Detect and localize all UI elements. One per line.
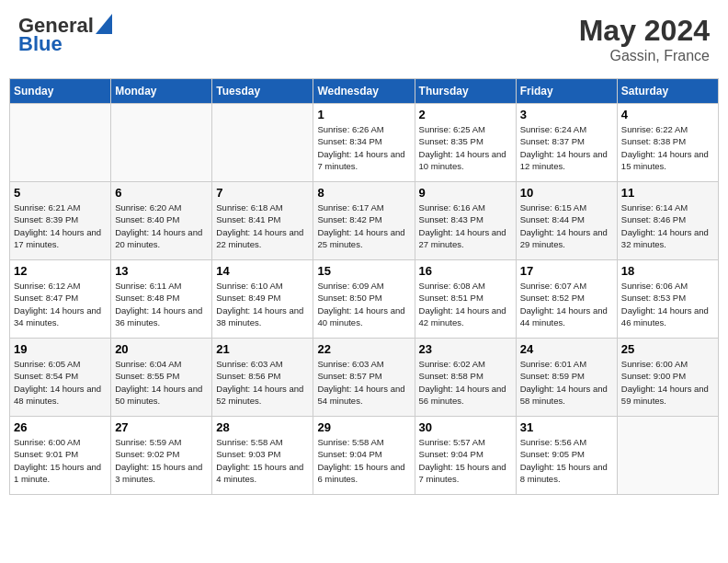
page-header: General Blue May 2024 Gassin, France [9,9,719,69]
sunset-text: Sunset: 9:03 PM [216,448,309,460]
table-row: 22Sunrise: 6:03 AMSunset: 8:57 PMDayligh… [313,339,415,417]
col-wednesday: Wednesday [313,79,415,104]
sunrise-text: Sunrise: 6:03 AM [317,358,410,370]
cell-info: Sunrise: 6:06 AMSunset: 8:53 PMDaylight:… [621,280,714,328]
table-row [10,104,111,182]
cell-info: Sunrise: 6:03 AMSunset: 8:56 PMDaylight:… [216,358,309,407]
sunrise-text: Sunrise: 6:11 AM [115,280,208,292]
daylight-text: Daylight: 14 hours and 50 minutes. [115,383,208,408]
table-row [111,104,212,182]
daylight-text: Daylight: 14 hours and 22 minutes. [216,226,309,251]
sunset-text: Sunset: 8:37 PM [520,135,613,147]
cell-day-number: 17 [520,264,613,278]
cell-day-number: 14 [216,264,309,278]
sunset-text: Sunset: 8:40 PM [115,213,208,225]
daylight-text: Daylight: 14 hours and 32 minutes. [621,226,714,251]
table-row: 14Sunrise: 6:10 AMSunset: 8:49 PMDayligh… [212,260,313,339]
table-row: 19Sunrise: 6:05 AMSunset: 8:54 PMDayligh… [10,339,111,417]
sunrise-text: Sunrise: 6:26 AM [317,123,410,135]
logo-blue: Blue [18,32,63,56]
daylight-text: Daylight: 14 hours and 27 minutes. [419,226,512,251]
cell-info: Sunrise: 6:02 AMSunset: 8:58 PMDaylight:… [419,358,512,407]
cell-day-number: 26 [14,420,107,434]
cell-day-number: 25 [621,342,714,356]
cell-info: Sunrise: 5:59 AMSunset: 9:02 PMDaylight:… [115,436,208,485]
cell-info: Sunrise: 6:16 AMSunset: 8:43 PMDaylight:… [419,201,512,250]
daylight-text: Daylight: 14 hours and 34 minutes. [14,304,107,329]
daylight-text: Daylight: 15 hours and 1 minute. [14,461,107,486]
sunset-text: Sunset: 8:55 PM [115,370,208,382]
logo-icon [96,14,112,34]
cell-info: Sunrise: 6:11 AMSunset: 8:48 PMDaylight:… [115,280,208,328]
sunset-text: Sunset: 9:02 PM [115,448,208,460]
cell-info: Sunrise: 5:56 AMSunset: 9:05 PMDaylight:… [520,436,613,485]
sunrise-text: Sunrise: 5:57 AM [419,436,512,448]
calendar-header-row: Sunday Monday Tuesday Wednesday Thursday… [10,79,719,104]
sunrise-text: Sunrise: 6:05 AM [14,358,107,370]
cell-info: Sunrise: 5:58 AMSunset: 9:03 PMDaylight:… [216,436,309,485]
cell-day-number: 10 [520,186,613,200]
cell-day-number: 1 [317,108,410,121]
sunset-text: Sunset: 8:47 PM [14,292,107,304]
daylight-text: Daylight: 14 hours and 17 minutes. [14,226,107,251]
daylight-text: Daylight: 15 hours and 7 minutes. [419,461,512,486]
sunset-text: Sunset: 8:58 PM [419,370,512,382]
location-title: Gassin, France [579,48,710,64]
sunrise-text: Sunrise: 6:15 AM [520,201,613,213]
table-row: 17Sunrise: 6:07 AMSunset: 8:52 PMDayligh… [516,260,617,339]
table-row: 24Sunrise: 6:01 AMSunset: 8:59 PMDayligh… [516,339,617,417]
daylight-text: Daylight: 14 hours and 36 minutes. [115,304,208,329]
sunset-text: Sunset: 8:52 PM [520,292,613,304]
cell-day-number: 12 [14,264,107,278]
table-row: 5Sunrise: 6:21 AMSunset: 8:39 PMDaylight… [10,182,111,260]
cell-info: Sunrise: 6:15 AMSunset: 8:44 PMDaylight:… [520,201,613,250]
daylight-text: Daylight: 14 hours and 7 minutes. [317,148,410,173]
cell-info: Sunrise: 6:20 AMSunset: 8:40 PMDaylight:… [115,201,208,250]
cell-day-number: 30 [419,420,512,434]
sunrise-text: Sunrise: 6:03 AM [216,358,309,370]
cell-day-number: 3 [520,108,613,121]
cell-day-number: 20 [115,342,208,356]
cell-day-number: 24 [520,342,613,356]
daylight-text: Daylight: 14 hours and 48 minutes. [14,383,107,408]
sunrise-text: Sunrise: 6:04 AM [115,358,208,370]
table-row: 21Sunrise: 6:03 AMSunset: 8:56 PMDayligh… [212,339,313,417]
cell-info: Sunrise: 6:03 AMSunset: 8:57 PMDaylight:… [317,358,410,407]
cell-day-number: 8 [317,186,410,200]
cell-day-number: 16 [419,264,512,278]
table-row: 29Sunrise: 5:58 AMSunset: 9:04 PMDayligh… [313,417,415,495]
table-row [617,417,718,495]
cell-info: Sunrise: 6:04 AMSunset: 8:55 PMDaylight:… [115,358,208,407]
cell-info: Sunrise: 6:05 AMSunset: 8:54 PMDaylight:… [14,358,107,407]
daylight-text: Daylight: 15 hours and 8 minutes. [520,461,613,486]
table-row: 7Sunrise: 6:18 AMSunset: 8:41 PMDaylight… [212,182,313,260]
daylight-text: Daylight: 14 hours and 59 minutes. [621,383,714,408]
sunset-text: Sunset: 8:41 PM [216,213,309,225]
cell-info: Sunrise: 6:00 AMSunset: 9:00 PMDaylight:… [621,358,714,407]
cell-info: Sunrise: 5:57 AMSunset: 9:04 PMDaylight:… [419,436,512,485]
sunrise-text: Sunrise: 5:58 AM [216,436,309,448]
sunrise-text: Sunrise: 6:06 AM [621,280,714,292]
svg-marker-0 [96,14,112,34]
col-monday: Monday [111,79,212,104]
sunset-text: Sunset: 9:00 PM [621,370,714,382]
daylight-text: Daylight: 14 hours and 15 minutes. [621,148,714,173]
daylight-text: Daylight: 14 hours and 20 minutes. [115,226,208,251]
sunset-text: Sunset: 8:53 PM [621,292,714,304]
table-row [212,104,313,182]
col-saturday: Saturday [617,79,718,104]
col-thursday: Thursday [415,79,516,104]
table-row: 15Sunrise: 6:09 AMSunset: 8:50 PMDayligh… [313,260,415,339]
sunrise-text: Sunrise: 5:56 AM [520,436,613,448]
daylight-text: Daylight: 14 hours and 46 minutes. [621,304,714,329]
cell-day-number: 11 [621,186,714,200]
cell-info: Sunrise: 5:58 AMSunset: 9:04 PMDaylight:… [317,436,410,485]
daylight-text: Daylight: 14 hours and 58 minutes. [520,383,613,408]
table-row: 26Sunrise: 6:00 AMSunset: 9:01 PMDayligh… [10,417,111,495]
table-row: 23Sunrise: 6:02 AMSunset: 8:58 PMDayligh… [415,339,516,417]
sunrise-text: Sunrise: 6:08 AM [419,280,512,292]
table-row: 25Sunrise: 6:00 AMSunset: 9:00 PMDayligh… [617,339,718,417]
sunset-text: Sunset: 9:05 PM [520,448,613,460]
cell-day-number: 9 [419,186,512,200]
sunset-text: Sunset: 8:43 PM [419,213,512,225]
